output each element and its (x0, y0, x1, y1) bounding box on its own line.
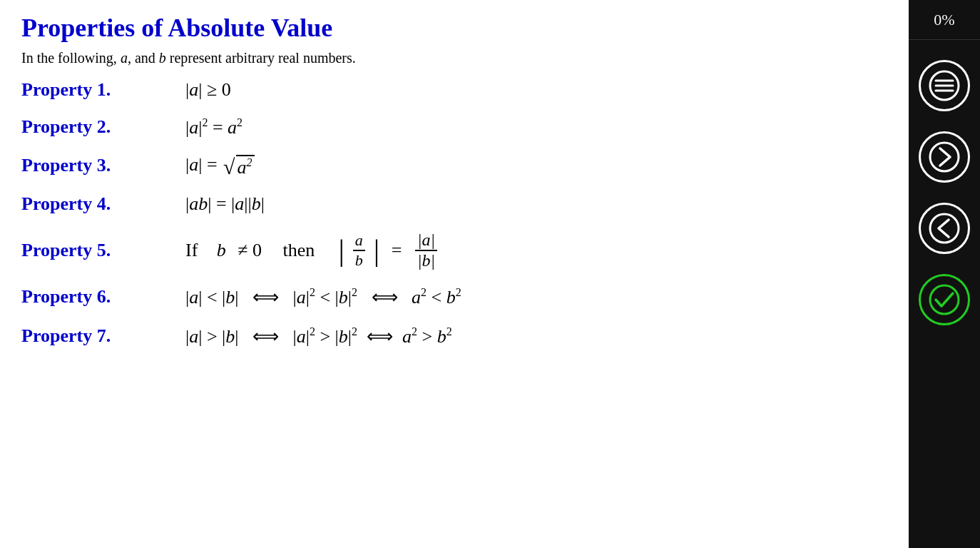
property-2-label: Property 2. (21, 116, 185, 138)
property-1-formula: |a| ≥ 0 (185, 79, 231, 101)
property-3-formula: |a| = √ a2 (185, 154, 256, 178)
property-3-row: Property 3. |a| = √ a2 (21, 154, 887, 178)
property-4-formula: |ab| = |a||b| (185, 193, 265, 215)
next-button[interactable] (919, 131, 970, 183)
back-icon (929, 213, 960, 244)
page-title: Properties of Absolute Value (21, 13, 887, 43)
property-5-row: Property 5. If b ≠ 0 then | a b | = |a| … (21, 230, 887, 270)
property-5-label: Property 5. (21, 240, 185, 261)
property-4-label: Property 4. (21, 193, 185, 215)
sqrt-expression: √ a2 (223, 155, 254, 178)
percent-display: 0% (909, 0, 980, 40)
property-4-row: Property 4. |ab| = |a||b| (21, 193, 887, 215)
sidebar: 0% (909, 0, 980, 548)
property-7-formula: |a| > |b| ⟺ |a|2 > |b|2 ⟺ a2 > b2 (185, 325, 452, 347)
property-6-formula: |a| < |b| ⟺ |a|2 < |b|2 ⟺ a2 < b2 (185, 286, 461, 308)
check-button[interactable] (919, 274, 970, 325)
property-6-row: Property 6. |a| < |b| ⟺ |a|2 < |b|2 ⟺ a2… (21, 286, 887, 308)
property-2-formula: |a|2 = a2 (185, 116, 243, 138)
property-2-row: Property 2. |a|2 = a2 (21, 116, 887, 138)
property-3-label: Property 3. (21, 155, 185, 176)
property-1-row: Property 1. |a| ≥ 0 (21, 79, 887, 101)
menu-button[interactable] (919, 60, 970, 111)
property-6-label: Property 6. (21, 286, 185, 308)
menu-icon (929, 70, 960, 101)
svg-point-4 (930, 143, 959, 171)
property-1-label: Property 1. (21, 79, 185, 101)
property-7-label: Property 7. (21, 325, 185, 347)
svg-point-5 (930, 214, 959, 243)
property-5-formula: If b ≠ 0 then | a b | = |a| |b| (185, 230, 439, 270)
main-content: Properties of Absolute Value In the foll… (0, 0, 909, 548)
back-button[interactable] (919, 203, 970, 254)
svg-point-6 (930, 285, 959, 314)
intro-text: In the following, a, and b represent arb… (21, 50, 887, 66)
property-7-row: Property 7. |a| > |b| ⟺ |a|2 > |b|2 ⟺ a2… (21, 324, 887, 350)
next-icon (929, 141, 960, 173)
check-icon (929, 284, 960, 315)
